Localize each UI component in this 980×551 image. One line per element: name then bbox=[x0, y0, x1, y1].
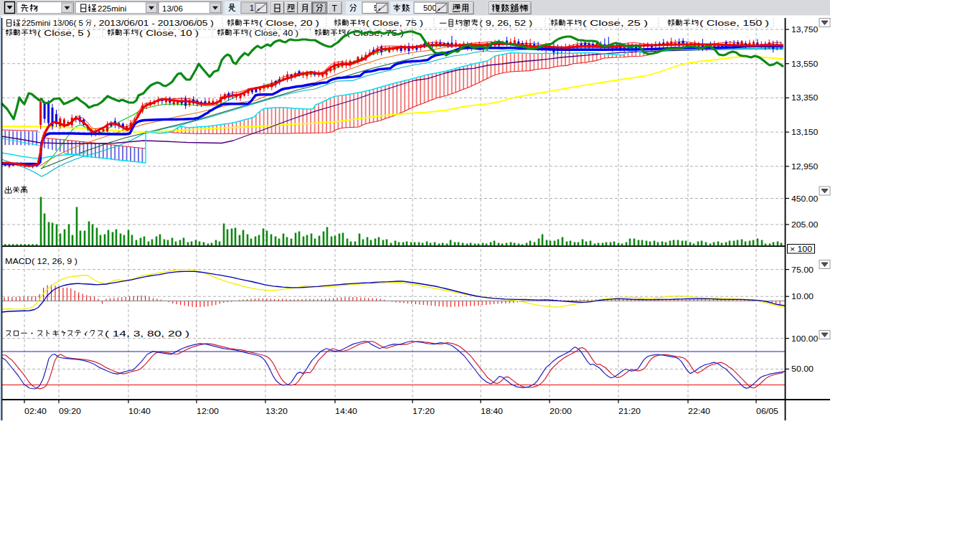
svg-text:205.00: 205.00 bbox=[791, 220, 818, 229]
svg-text:( Close, 10 ): ( Close, 10 ) bbox=[139, 29, 199, 37]
svg-text:18:40: 18:40 bbox=[481, 407, 503, 415]
svg-text:06/05: 06/05 bbox=[756, 407, 778, 415]
svg-text:( 9, 26, 52 ): ( 9, 26, 52 ) bbox=[479, 19, 532, 27]
svg-text:10:40: 10:40 bbox=[128, 407, 151, 415]
svg-text:( Close, 40 ): ( Close, 40 ) bbox=[249, 29, 298, 37]
svg-text:20:00: 20:00 bbox=[550, 407, 572, 415]
svg-text:50.00: 50.00 bbox=[791, 364, 814, 373]
svg-text:13,350: 13,350 bbox=[791, 93, 818, 102]
svg-text:100.00: 100.00 bbox=[791, 334, 818, 343]
svg-text:( 14, 3, 80, 20 ): ( 14, 3, 80, 20 ) bbox=[105, 330, 189, 338]
svg-text:12:00: 12:00 bbox=[197, 407, 219, 415]
svg-text:13,150: 13,150 bbox=[791, 128, 818, 136]
svg-text:( Close, 75 ): ( Close, 75 ) bbox=[366, 19, 423, 27]
svg-text:× 100: × 100 bbox=[790, 245, 813, 253]
svg-text:12,950: 12,950 bbox=[791, 162, 818, 171]
svg-text:14:40: 14:40 bbox=[335, 407, 357, 415]
svg-text:21:20: 21:20 bbox=[618, 407, 641, 415]
svg-text:13,550: 13,550 bbox=[791, 60, 818, 68]
svg-text:MACD( 12, 26, 9 ): MACD( 12, 26, 9 ) bbox=[5, 258, 77, 265]
svg-text:( Close, 5 ): ( Close, 5 ) bbox=[37, 29, 90, 37]
svg-text:, 2013/06/01 - 2013/06/05 ): , 2013/06/01 - 2013/06/05 ) bbox=[93, 19, 214, 27]
svg-text:17:20: 17:20 bbox=[413, 407, 435, 415]
svg-text:( Close, 25 ): ( Close, 25 ) bbox=[583, 19, 648, 27]
svg-text:09:20: 09:20 bbox=[59, 407, 81, 415]
svg-text:75.00: 75.00 bbox=[791, 265, 814, 274]
svg-text:10.00: 10.00 bbox=[791, 292, 814, 301]
svg-text:13:20: 13:20 bbox=[265, 407, 288, 415]
svg-text:( Close, 150 ): ( Close, 150 ) bbox=[699, 19, 769, 27]
svg-text:450.00: 450.00 bbox=[791, 194, 818, 203]
svg-text:( Close, 20 ): ( Close, 20 ) bbox=[259, 19, 319, 27]
svg-text:22:40: 22:40 bbox=[688, 407, 710, 415]
svg-text:225mini 13/06( 5: 225mini 13/06( 5 bbox=[22, 19, 83, 27]
svg-text:13,750: 13,750 bbox=[791, 25, 818, 34]
svg-text:02:40: 02:40 bbox=[24, 407, 47, 415]
